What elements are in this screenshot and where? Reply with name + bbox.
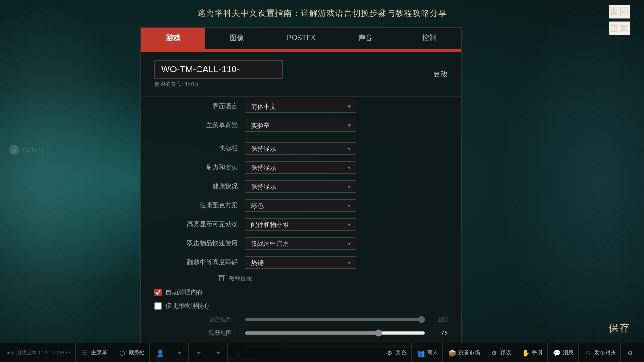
setting-row-health: 健康状况 保持显示 [141, 177, 461, 196]
setting-label-vault: 翻越中等高度障碍 [154, 258, 245, 267]
watermark: ◉ xiaoming [9, 145, 43, 155]
nav-item-btn2[interactable]: ＋ [190, 343, 208, 362]
slider-row-fov: 视野范围： 75 [141, 326, 461, 340]
checkbox-physical-core[interactable] [154, 302, 162, 310]
nav-item-btn4[interactable]: ≡ [229, 343, 247, 362]
nav-item-alert[interactable]: ⚠ 发布对决 [579, 343, 621, 362]
setting-control-main-bg: 实验室 [245, 119, 448, 132]
save-button-area: 保存 [609, 321, 630, 335]
dropdown-wrapper-health-color: 彩色 [245, 199, 356, 212]
checkbox-auto-ram[interactable] [154, 289, 162, 296]
checkbox-row-auto-ram: 自动清理内存 [141, 286, 461, 299]
nav-item-manual[interactable]: ✋ 手册 [516, 343, 548, 362]
tab-bar: 游戏 图像 POSTFX 声音 控制 [141, 28, 461, 49]
nav-item-btn3[interactable]: ＋ [209, 343, 228, 362]
slider-label-fov: 视野范围： [154, 329, 245, 337]
nav-item-preset[interactable]: ⚙ 预设 [485, 343, 516, 362]
setting-control-hotbar: 保持显示 [245, 142, 448, 155]
profile-name-input[interactable] [154, 60, 283, 79]
dropdown-hotbar[interactable]: 保持显示 [245, 142, 356, 155]
divider-1 [141, 137, 461, 137]
checkbox-label-auto-ram[interactable]: 自动清理内存 [154, 288, 203, 296]
bg-blur-left [0, 0, 145, 362]
messages-icon: 💬 [552, 348, 561, 357]
setting-control-ui-language: 简体中文 [245, 100, 448, 113]
tab-game[interactable]: 游戏 [141, 28, 205, 49]
save-button[interactable]: 保存 [609, 321, 630, 335]
preset-icon: ⚙ [490, 348, 499, 357]
dropdown-double-click[interactable]: 仅战局中启用 [245, 237, 356, 250]
profile-char-count: 使用的符号: 15/15 [154, 81, 424, 88]
dropdown-wrapper-hotbar: 保持显示 [245, 142, 356, 155]
tab-sound[interactable]: 声音 [333, 28, 398, 49]
menu-icon: ≡ [233, 348, 242, 357]
manual-icon: ✋ [521, 348, 530, 357]
version-text: Beta 测试版本 0.14.1.2.29197 [5, 349, 71, 356]
reset-button[interactable]: 重置 [609, 21, 630, 35]
nav-item-btn1[interactable]: ＋ [170, 343, 189, 362]
page-title: 逃离塔科夫中文设置指南：详解游戏语言切换步骤与教程攻略分享 [197, 8, 447, 19]
settings-scroll-area[interactable]: 界面语言 简体中文 主菜单背景 实验室 快捷栏 [141, 97, 461, 362]
profile-section: 使用的符号: 15/15 更改 [141, 52, 461, 97]
top-right-buttons: 返回 重置 [609, 5, 630, 35]
dropdown-vault[interactable]: 热键 [245, 256, 356, 269]
setting-control-highlight: 配件和物品堆 [245, 218, 448, 231]
tab-postfx[interactable]: POSTFX [269, 28, 333, 49]
dropdown-wrapper-vault: 热键 [245, 256, 356, 269]
change-name-button[interactable]: 更改 [433, 70, 448, 79]
setting-control-health: 保持显示 [245, 180, 448, 193]
bottom-bar-right-nav: ⚙ 角色 👥 商人 📦 跳蚤市场 ⚙ 预设 ✋ 手册 💬 消息 [380, 343, 639, 362]
nav-item-main-menu[interactable]: ☰ 主菜单 [75, 343, 112, 362]
setting-control-health-color: 彩色 [245, 199, 448, 212]
hideout-icon: ⬡ [118, 348, 127, 357]
slider-fov[interactable] [245, 329, 425, 337]
dropdown-health[interactable]: 保持显示 [245, 180, 356, 193]
character-icon: 👤 [155, 348, 164, 357]
dropdown-ui-language[interactable]: 简体中文 [245, 100, 356, 113]
nav-item-hideout[interactable]: ⬡ 藏身处 [113, 343, 150, 362]
nav-item-messages[interactable]: 💬 消息 [548, 343, 579, 362]
flea-market-icon: 📦 [447, 348, 457, 357]
nav-item-settings[interactable]: ⚙ [621, 343, 639, 362]
tab-graphics[interactable]: 图像 [205, 28, 269, 49]
settings-icon: ⚙ [625, 348, 634, 357]
dropdown-stamina[interactable]: 保持显示 [245, 161, 356, 174]
trader-icon: 👥 [416, 348, 425, 357]
setting-row-stamina: 耐力和姿势 保持显示 [141, 158, 461, 177]
watermark-icon: ◉ [9, 145, 19, 155]
slider-label-fixed-fov: 固定视角： [154, 315, 245, 324]
slider-control-fov: 75 [245, 329, 448, 337]
setting-row-main-bg: 主菜单背景 实验室 [141, 116, 461, 135]
dropdown-highlight[interactable]: 配件和物品堆 [245, 218, 356, 231]
dropdown-wrapper-double-click: 仅战局中启用 [245, 237, 356, 250]
main-menu-icon: ☰ [80, 348, 89, 357]
setting-row-vault: 翻越中等高度障碍 热键 [141, 253, 461, 272]
add-icon-1: ＋ [175, 348, 184, 357]
setting-row-highlight: 高亮显示可互动物 配件和物品堆 [141, 215, 461, 234]
tab-controls[interactable]: 控制 [397, 28, 461, 49]
setting-label-highlight: 高亮显示可互动物 [154, 220, 245, 229]
dropdown-wrapper-health: 保持显示 [245, 180, 356, 193]
setting-label-health-color: 健康配色方案 [154, 201, 245, 210]
dropdown-health-color[interactable]: 彩色 [245, 199, 356, 212]
setting-label-health: 健康状况 [154, 182, 245, 191]
slider-fixed-fov [245, 316, 425, 323]
dropdown-main-bg[interactable]: 实验室 [245, 119, 356, 132]
slider-control-fixed-fov: 100 [245, 316, 448, 323]
setting-control-vault: 热键 [245, 256, 448, 269]
nav-item-role[interactable]: ⚙ 角色 [380, 343, 412, 362]
bottom-navigation-bar: Beta 测试版本 0.14.1.2.29197 ☰ 主菜单 ⬡ 藏身处 👤 ＋… [0, 343, 644, 362]
add-icon-3: ＋ [214, 348, 223, 357]
nav-item-character[interactable]: 👤 [151, 343, 169, 362]
dropdown-wrapper-ui-language: 简体中文 [245, 100, 356, 113]
nav-item-flea-market[interactable]: 📦 跳蚤市场 [443, 343, 485, 362]
checkbox-label-physical-core[interactable]: 仅使用物理核心 [154, 302, 210, 310]
setting-label-ui-language: 界面语言 [154, 102, 245, 110]
dropdown-wrapper-stamina: 保持显示 [245, 161, 356, 174]
top-title-bar: 逃离塔科夫中文设置指南：详解游戏语言切换步骤与教程攻略分享 [0, 0, 644, 26]
setting-control-double-click: 仅战局中启用 [245, 237, 448, 250]
slider-value-fov: 75 [430, 329, 448, 337]
back-button[interactable]: 返回 [609, 5, 630, 19]
nav-item-trader[interactable]: 👥 商人 [412, 343, 443, 362]
setting-row-health-color: 健康配色方案 彩色 [141, 196, 461, 215]
